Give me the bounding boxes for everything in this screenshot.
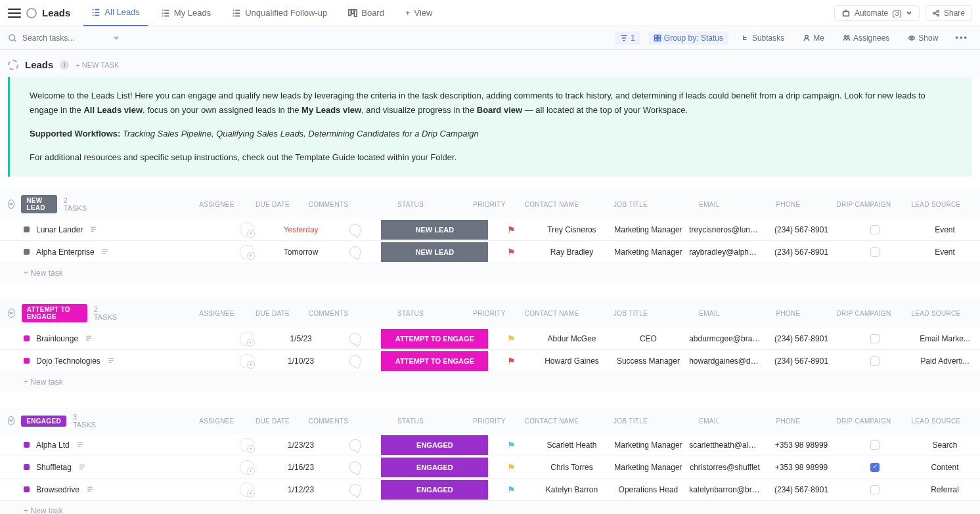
col-status[interactable]: STATUS [355, 201, 466, 208]
new-task-row[interactable]: + New task [0, 263, 980, 283]
col-comments[interactable]: COMMENTS [302, 201, 355, 208]
job-title[interactable]: CEO [610, 334, 686, 343]
status-square-icon[interactable] [24, 226, 30, 232]
phone[interactable]: +353 98 98999 [763, 440, 839, 450]
info-icon[interactable]: i [60, 60, 69, 70]
col-source[interactable]: LEAD SOURCE [900, 201, 972, 208]
group-status-pill[interactable]: ATTEMPT TO ENGAGE [22, 304, 87, 322]
contact-name[interactable]: Katelyn Barron [533, 485, 610, 494]
contact-name[interactable]: Trey Cisneros [533, 225, 610, 234]
lead-source[interactable]: Referral [910, 479, 980, 501]
priority-flag-icon[interactable]: ⚑ [507, 484, 516, 495]
phone[interactable]: (234) 567-8901 [763, 247, 839, 257]
description-icon[interactable] [86, 486, 94, 494]
more-options[interactable]: ••• [951, 33, 972, 43]
task-row[interactable]: Dojo Technologies 1/10/23 ATTEMPT TO ENG… [0, 350, 980, 372]
search-input[interactable] [22, 33, 108, 43]
menu-toggle[interactable] [8, 9, 21, 18]
task-row[interactable]: Alpha Enterprise Tomorrow NEW LEAD ⚑ Ray… [0, 241, 980, 263]
col-email[interactable]: EMAIL [670, 201, 749, 208]
email[interactable]: abdurmcgee@brainlo [686, 328, 763, 350]
email[interactable]: katelynbarron@brows [686, 479, 763, 501]
description-icon[interactable] [85, 335, 93, 343]
contact-name[interactable]: Scarlett Heath [533, 440, 610, 450]
col-status[interactable]: STATUS [355, 310, 466, 317]
due-date[interactable]: 1/10/23 [272, 356, 329, 366]
new-task-button[interactable]: + NEW TASK [76, 61, 119, 69]
contact-name[interactable]: Ray Bradley [533, 247, 610, 257]
status-square-icon[interactable] [24, 335, 30, 341]
status-badge[interactable]: ENGAGED [381, 435, 488, 455]
task-row[interactable]: Alpha Ltd 1/23/23 ENGAGED ⚑ Scarlett Hea… [0, 434, 980, 456]
col-phone[interactable]: PHONE [749, 201, 828, 208]
email[interactable]: scarlettheath@alphal [686, 434, 763, 456]
col-contact[interactable]: CONTACT NAME [512, 418, 591, 425]
due-date[interactable]: 1/12/23 [272, 485, 329, 494]
contact-name[interactable]: Howard Gaines [533, 356, 610, 366]
col-source[interactable]: LEAD SOURCE [900, 418, 972, 425]
lead-source[interactable]: Event [910, 241, 980, 263]
priority-flag-icon[interactable]: ⚑ [507, 333, 516, 344]
assignee-placeholder[interactable] [240, 332, 254, 346]
assignee-placeholder[interactable] [240, 482, 254, 497]
status-badge[interactable]: ENGAGED [381, 458, 488, 477]
lead-source[interactable]: Email Marke... [910, 328, 980, 350]
collapse-toggle[interactable] [8, 416, 14, 425]
show-chip[interactable]: Show [902, 32, 943, 45]
drip-checkbox[interactable] [870, 225, 880, 234]
due-date[interactable]: 1/23/23 [272, 440, 329, 450]
view-tab-all-leads[interactable]: All Leads [83, 0, 147, 26]
description-icon[interactable] [78, 463, 86, 471]
description-icon[interactable] [76, 441, 84, 449]
status-square-icon[interactable] [24, 249, 30, 255]
comments-icon[interactable] [349, 461, 361, 473]
col-drip[interactable]: DRIP CAMPAIGN [828, 418, 900, 425]
priority-flag-icon[interactable]: ⚑ [507, 225, 516, 235]
drip-checkbox[interactable] [870, 485, 880, 494]
status-badge[interactable]: ATTEMPT TO ENGAGE [381, 329, 488, 349]
lead-source[interactable]: Content [910, 456, 980, 479]
share-button[interactable]: Share [925, 5, 972, 21]
assignee-placeholder[interactable] [240, 223, 254, 237]
task-name[interactable]: Shuffletag [36, 463, 72, 472]
col-source[interactable]: LEAD SOURCE [900, 310, 972, 317]
status-badge[interactable]: ENGAGED [381, 480, 488, 500]
col-email[interactable]: EMAIL [670, 418, 749, 425]
drip-checkbox[interactable] [870, 334, 880, 343]
group-by-chip[interactable]: Group by: Status [648, 32, 728, 45]
comments-icon[interactable] [349, 246, 361, 258]
priority-flag-icon[interactable]: ⚑ [507, 440, 516, 450]
task-name[interactable]: Alpha Ltd [36, 440, 70, 450]
contact-name[interactable]: Chris Torres [533, 463, 610, 472]
task-name[interactable]: Lunar Lander [36, 225, 83, 234]
phone[interactable]: (234) 567-8901 [763, 485, 839, 494]
due-date[interactable]: 1/16/23 [272, 463, 329, 472]
lead-source[interactable]: Event [910, 219, 980, 241]
group-status-pill[interactable]: NEW LEAD [21, 195, 56, 213]
email[interactable]: treycisneros@lunarla [686, 219, 763, 241]
task-name[interactable]: Browsedrive [36, 485, 79, 494]
subtasks-chip[interactable]: Subtasks [736, 32, 790, 45]
drip-checkbox[interactable] [870, 463, 880, 472]
new-task-row[interactable]: + New task [0, 372, 980, 392]
me-chip[interactable]: Me [797, 32, 830, 45]
comments-icon[interactable] [349, 333, 361, 345]
assignee-placeholder[interactable] [240, 460, 254, 475]
contact-name[interactable]: Abdur McGee [533, 334, 610, 343]
due-date[interactable]: Tomorrow [272, 247, 329, 257]
email[interactable]: raybradley@alphaent [686, 241, 763, 263]
task-row[interactable]: Browsedrive 1/12/23 ENGAGED ⚑ Katelyn Ba… [0, 479, 980, 501]
description-icon[interactable] [89, 226, 97, 234]
comments-icon[interactable] [349, 355, 361, 367]
collapse-toggle[interactable] [8, 200, 14, 209]
col-email[interactable]: EMAIL [670, 310, 749, 317]
job-title[interactable]: Marketing Manager [610, 225, 686, 234]
due-date[interactable]: 1/5/23 [272, 334, 329, 343]
col-assignee[interactable]: ASSIGNEE [190, 418, 243, 425]
col-assignee[interactable]: ASSIGNEE [190, 310, 243, 317]
description-icon[interactable] [101, 248, 109, 256]
job-title[interactable]: Marketing Manager [610, 247, 686, 257]
status-badge[interactable]: ATTEMPT TO ENGAGE [381, 351, 488, 371]
priority-flag-icon[interactable]: ⚑ [507, 247, 516, 257]
col-comments[interactable]: COMMENTS [302, 310, 355, 317]
